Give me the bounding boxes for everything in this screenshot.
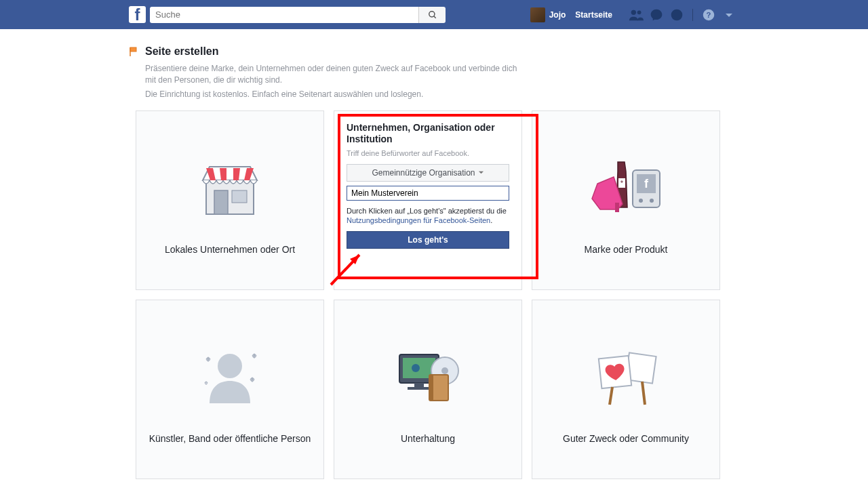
brand-products-icon: f * — [585, 146, 667, 228]
svg-point-23 — [252, 379, 253, 380]
card-label: Unterhaltung — [401, 433, 455, 444]
top-nav-bar: f Jojo Startseite ? — [0, 0, 868, 29]
search-button[interactable] — [418, 7, 446, 23]
notifications-icon[interactable] — [669, 7, 684, 22]
chevron-down-icon — [478, 169, 484, 176]
card-label: Marke oder Produkt — [585, 244, 668, 255]
card-entertainment[interactable]: Unterhaltung — [334, 300, 522, 479]
category-grid: Lokales Unternehmen oder Ort Unternehmen… — [136, 110, 732, 479]
svg-line-1 — [433, 16, 435, 18]
category-dropdown[interactable]: Gemeinnützige Organisation — [347, 164, 509, 182]
page-description-2: Die Einrichtung ist kostenlos. Einfach e… — [145, 89, 525, 100]
card-label: Künstler, Band oder öffentliche Person — [149, 433, 311, 444]
card-brand-product[interactable]: f * Marke oder Produkt — [532, 110, 720, 290]
search-input[interactable] — [150, 7, 418, 23]
help-icon[interactable]: ? — [701, 7, 716, 22]
svg-point-4 — [671, 9, 683, 20]
svg-point-3 — [637, 10, 642, 14]
page-title: Seite erstellen — [145, 45, 219, 58]
svg-point-21 — [208, 359, 209, 360]
flag-icon — [129, 46, 140, 57]
svg-text:*: * — [620, 179, 624, 187]
friend-requests-icon[interactable] — [629, 7, 644, 22]
page-description-1: Präsentiere deine Marke, dein Unternehme… — [145, 63, 525, 86]
terms-link[interactable]: Nutzungsbedingungen für Facebook-Seiten — [347, 216, 490, 224]
page-name-input[interactable] — [347, 186, 509, 201]
page-header: Seite erstellen — [129, 45, 868, 58]
svg-rect-19 — [615, 203, 619, 212]
main-content: Seite erstellen Präsentiere deine Marke,… — [0, 29, 868, 479]
dropdown-caret-icon[interactable] — [722, 7, 736, 22]
svg-point-30 — [441, 367, 448, 374]
svg-point-22 — [254, 355, 255, 357]
svg-point-26 — [412, 364, 420, 372]
terms-text: Durch Klicken auf „Los geht's" akzeptier… — [347, 206, 509, 226]
svg-line-36 — [642, 382, 645, 405]
expanded-card-subtitle: Triff deine Befürworter auf Facebook. — [347, 149, 509, 157]
svg-point-20 — [218, 354, 242, 378]
cause-icon — [585, 336, 667, 417]
svg-point-0 — [429, 11, 434, 16]
svg-point-16 — [650, 199, 654, 203]
card-label: Lokales Unternehmen oder Ort — [165, 244, 295, 255]
avatar[interactable] — [530, 7, 545, 22]
search-icon — [428, 10, 437, 20]
search-wrap — [150, 7, 446, 23]
svg-rect-27 — [414, 383, 424, 387]
entertainment-icon — [387, 336, 469, 417]
separator — [692, 9, 693, 21]
get-started-button[interactable]: Los geht's — [347, 231, 509, 249]
category-dropdown-label: Gemeinnützige Organisation — [372, 168, 475, 178]
card-label: Guter Zweck oder Community — [563, 433, 689, 444]
svg-rect-11 — [232, 190, 247, 203]
storefront-icon — [189, 146, 271, 228]
card-cause-community[interactable]: Guter Zweck oder Community — [532, 300, 720, 479]
svg-point-15 — [639, 199, 643, 203]
user-name-link[interactable]: Jojo — [549, 10, 566, 20]
card-local-business[interactable]: Lokales Unternehmen oder Ort — [136, 110, 324, 290]
expanded-card-title: Unternehmen, Organisation oder Instituti… — [347, 122, 509, 145]
svg-rect-7 — [130, 47, 136, 52]
svg-rect-10 — [214, 190, 228, 214]
svg-point-2 — [631, 9, 636, 14]
card-company-organization: Unternehmen, Organisation oder Instituti… — [334, 110, 522, 290]
svg-rect-28 — [408, 387, 431, 390]
facebook-logo[interactable]: f — [129, 6, 146, 23]
svg-line-35 — [610, 387, 612, 405]
card-artist-band[interactable]: Künstler, Band oder öffentliche Person — [136, 300, 324, 479]
svg-text:f: f — [644, 177, 649, 190]
svg-text:?: ? — [707, 10, 711, 18]
messenger-icon[interactable] — [649, 7, 664, 22]
topbar-right: Jojo Startseite ? — [530, 7, 739, 22]
svg-rect-32 — [429, 375, 433, 401]
artist-icon — [189, 336, 271, 417]
home-link[interactable]: Startseite — [575, 10, 612, 20]
